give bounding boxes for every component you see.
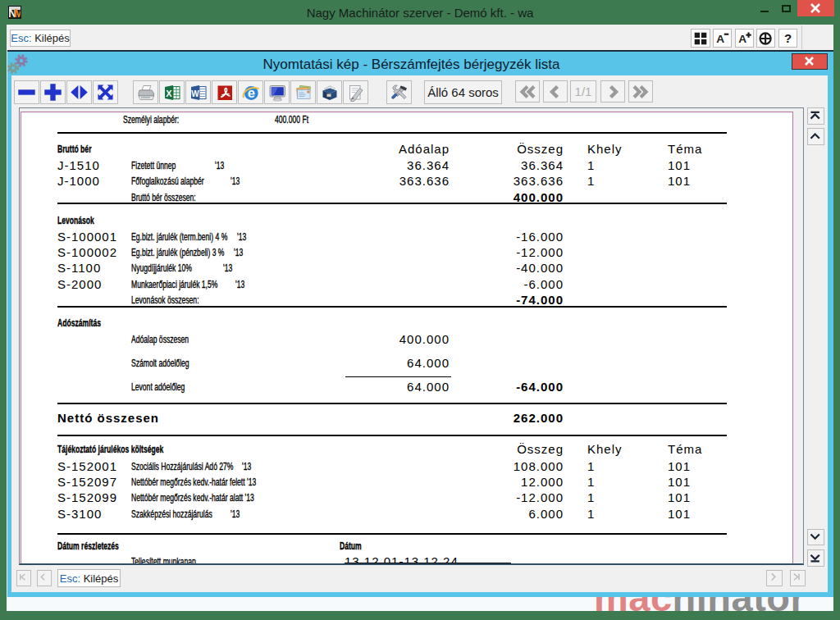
svg-text:A: A [716, 32, 724, 44]
svg-text:X: X [166, 88, 172, 98]
svg-text:A: A [738, 32, 746, 44]
svg-text:W: W [191, 89, 199, 98]
